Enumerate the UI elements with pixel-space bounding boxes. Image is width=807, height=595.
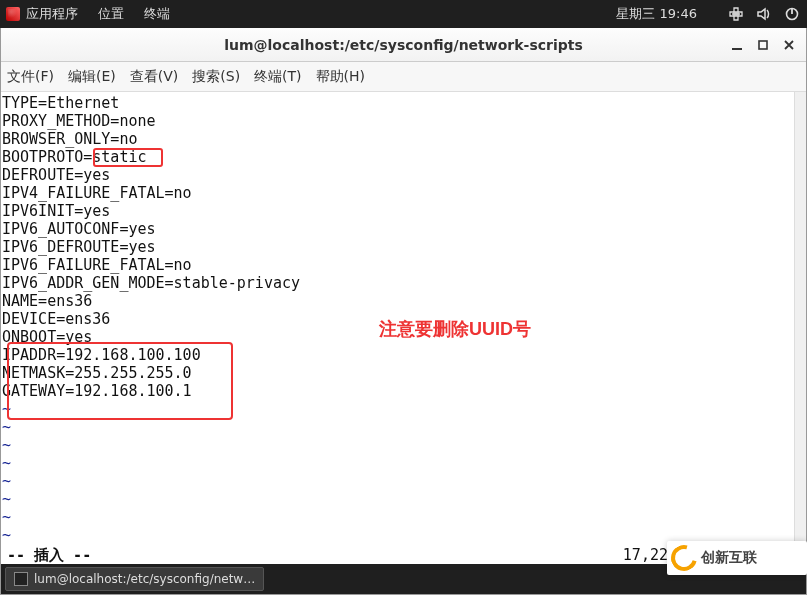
volume-icon[interactable] [755,5,773,23]
menu-file[interactable]: 文件(F) [7,68,54,86]
vim-mode-indicator: -- 插入 -- [7,546,91,564]
panel-clock[interactable]: 星期三 19:46 [616,5,697,23]
editor-line: IPV6INIT=yes [1,202,806,220]
editor-line: IPV6_FAILURE_FATAL=no [1,256,806,274]
editor-empty-line: ~ [1,508,806,526]
terminal-area[interactable]: TYPE=EthernetPROXY_METHOD=noneBROWSER_ON… [1,92,806,564]
editor-empty-line: ~ [1,472,806,490]
taskbar-entry-label: lum@localhost:/etc/sysconfig/netw… [34,572,255,586]
svg-rect-2 [732,48,742,50]
editor-line: IPADDR=192.168.100.100 [1,346,806,364]
editor-line: IPV6_DEFROUTE=yes [1,238,806,256]
editor-line: BROWSER_ONLY=no [1,130,806,148]
editor-empty-line: ~ [1,418,806,436]
watermark-text: 创新互联 [701,549,757,567]
window-titlebar: lum@localhost:/etc/sysconfig/network-scr… [1,28,806,62]
watermark-logo-icon [666,540,702,576]
menu-help[interactable]: 帮助(H) [316,68,365,86]
annotation-text: 注意要删除UUID号 [379,320,531,338]
editor-line: DEFROUTE=yes [1,166,806,184]
editor-line: IPV6_ADDR_GEN_MODE=stable-privacy [1,274,806,292]
window-title: lum@localhost:/etc/sysconfig/network-scr… [1,37,806,53]
terminal-menu[interactable]: 终端 [144,5,170,23]
minimize-button[interactable] [724,32,750,58]
editor-line: IPV4_FAILURE_FATAL=no [1,184,806,202]
close-button[interactable] [776,32,802,58]
editor-line: NAME=ens36 [1,292,806,310]
applications-menu[interactable]: 应用程序 [26,5,78,23]
menu-terminal[interactable]: 终端(T) [254,68,301,86]
menu-edit[interactable]: 编辑(E) [68,68,116,86]
svg-rect-3 [759,41,767,49]
editor-empty-line: ~ [1,436,806,454]
activities-icon[interactable] [6,7,20,21]
places-menu[interactable]: 位置 [98,5,124,23]
editor-empty-line: ~ [1,490,806,508]
maximize-button[interactable] [750,32,776,58]
menu-search[interactable]: 搜索(S) [192,68,240,86]
editor-line: PROXY_METHOD=none [1,112,806,130]
editor-line: GATEWAY=192.168.100.1 [1,382,806,400]
network-icon[interactable] [727,5,745,23]
watermark-badge: 创新互联 [667,541,807,575]
editor-line: BOOTPROTO=static [1,148,806,166]
taskbar-entry-terminal[interactable]: lum@localhost:/etc/sysconfig/netw… [5,567,264,591]
desktop-top-panel: 应用程序 位置 终端 星期三 19:46 [0,0,807,28]
editor-empty-line: ~ [1,400,806,418]
editor-empty-line: ~ [1,454,806,472]
taskbar-terminal-icon [14,572,28,586]
editor-line: TYPE=Ethernet [1,94,806,112]
vim-cursor-position: 17,22 [623,546,668,564]
editor-line: NETMASK=255.255.255.0 [1,364,806,382]
menu-view[interactable]: 查看(V) [130,68,179,86]
terminal-scrollbar[interactable] [794,92,806,546]
editor-line: IPV6_AUTOCONF=yes [1,220,806,238]
terminal-menubar: 文件(F) 编辑(E) 查看(V) 搜索(S) 终端(T) 帮助(H) [1,62,806,92]
power-icon[interactable] [783,5,801,23]
